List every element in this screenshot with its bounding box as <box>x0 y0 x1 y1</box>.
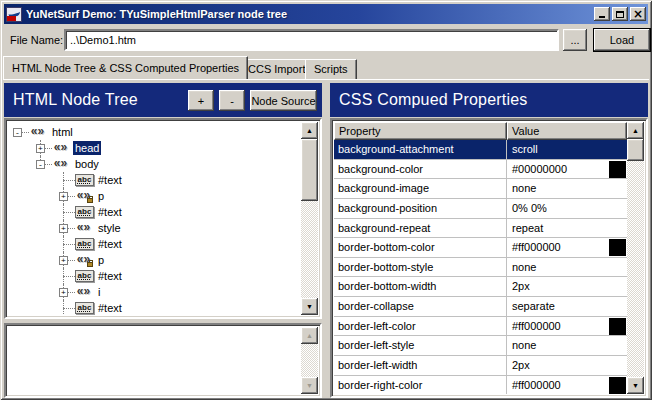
maximize-icon <box>616 11 624 18</box>
css-property-name: background-attachment <box>334 140 507 159</box>
expand-node-button[interactable]: + <box>188 90 214 111</box>
title-bar: YuNetSurf Demo: TYuSimpleHtmlParser node… <box>4 4 648 24</box>
collapse-icon[interactable]: - <box>36 160 45 169</box>
lock-icon <box>87 262 93 267</box>
tree-node-#text[interactable]: abc#text <box>8 204 301 220</box>
css-property-row[interactable]: background-repeatrepeat <box>334 219 627 239</box>
expand-icon[interactable]: + <box>59 224 68 233</box>
element-node-icon: «» <box>52 157 69 171</box>
tree-node-label[interactable]: head <box>73 141 101 155</box>
tree-node-label[interactable]: #text <box>96 237 124 251</box>
tree-node-label[interactable]: p <box>96 253 106 267</box>
tree-scroll-down-button[interactable]: ▼ <box>301 298 318 315</box>
css-property-row[interactable]: border-left-width2px <box>334 356 627 376</box>
minimize-button[interactable] <box>594 7 610 21</box>
expand-icon[interactable]: + <box>59 288 68 297</box>
tree-node-label[interactable]: #text <box>96 205 124 219</box>
tab-scripts[interactable]: Scripts <box>305 59 357 79</box>
css-property-row[interactable]: background-attachmentscroll <box>334 140 627 160</box>
collapse-icon[interactable]: - <box>13 128 22 137</box>
grid-scroll-down-button[interactable]: ▼ <box>627 377 644 394</box>
css-property-row[interactable]: border-left-color#ff000000 <box>334 317 627 337</box>
css-property-row[interactable]: background-color#00000000 <box>334 160 627 180</box>
tree-node-style[interactable]: +«»style <box>8 220 301 236</box>
tree-node-#text[interactable]: abc#text <box>8 300 301 315</box>
tree-node-label[interactable]: p <box>96 189 106 203</box>
tree-node-#text[interactable]: abc#text <box>8 172 301 188</box>
tree-node-html[interactable]: -«»html <box>8 124 301 140</box>
tree-scrollbar[interactable]: ▲ ▼ <box>301 122 318 315</box>
tree-guide-line <box>63 212 75 213</box>
tree-node-body[interactable]: -«»body <box>8 156 301 172</box>
tree-node-label[interactable]: body <box>73 157 101 171</box>
css-property-value: none <box>507 336 627 355</box>
expand-icon[interactable]: + <box>59 256 68 265</box>
load-button[interactable]: Load <box>593 28 651 52</box>
css-property-row[interactable]: border-collapseseparate <box>334 297 627 317</box>
lock-icon <box>87 198 93 203</box>
css-property-name: border-collapse <box>334 297 507 316</box>
tab-node-tree[interactable]: HTML Node Tree & CSS Computed Properties <box>3 56 248 79</box>
memo-scroll-down-button[interactable]: ▼ <box>301 377 318 394</box>
css-property-row[interactable]: background-position0% 0% <box>334 199 627 219</box>
css-property-row[interactable]: border-bottom-width2px <box>334 277 627 297</box>
element-node-icon: «» <box>29 125 46 139</box>
tree-guide-line <box>63 180 75 181</box>
css-properties-title: CSS Compued Properties <box>339 91 528 109</box>
element-node-icon: «» <box>75 253 92 267</box>
memo-scrollbar[interactable]: ▲ ▼ <box>301 327 318 394</box>
file-name-input[interactable] <box>64 29 559 51</box>
css-property-name: border-bottom-color <box>334 238 507 257</box>
close-button[interactable]: × <box>630 7 646 21</box>
css-property-name: background-position <box>334 199 507 218</box>
browse-button[interactable]: ... <box>563 29 587 51</box>
tree-node-label[interactable]: html <box>50 125 75 139</box>
tree-node-p[interactable]: +«»p <box>8 188 301 204</box>
memo-scroll-up-button[interactable]: ▲ <box>301 327 318 344</box>
tree-node-label[interactable]: #text <box>96 301 124 315</box>
css-property-row[interactable]: border-bottom-stylenone <box>334 258 627 278</box>
css-property-row[interactable]: background-imagenone <box>334 179 627 199</box>
grid-scroll-up-button[interactable]: ▲ <box>627 122 644 139</box>
tree-node-label[interactable]: #text <box>96 173 124 187</box>
text-node-icon: abc <box>75 302 94 314</box>
tree-scroll-up-button[interactable]: ▲ <box>301 122 318 139</box>
css-property-name: border-bottom-width <box>334 277 507 296</box>
window-title: YuNetSurf Demo: TYuSimpleHtmlParser node… <box>26 8 594 20</box>
tree-scrollbar-thumb[interactable] <box>301 139 318 201</box>
tree-node-label[interactable]: style <box>96 221 123 235</box>
file-bar: File Name: ... Load <box>4 26 648 55</box>
css-property-name: border-left-color <box>334 317 507 336</box>
grid-scrollbar[interactable]: ▲ ▼ <box>627 122 644 394</box>
column-header-value[interactable]: Value <box>507 122 627 140</box>
expand-icon[interactable]: + <box>59 192 68 201</box>
node-source-memo[interactable]: ▲ ▼ <box>4 323 322 398</box>
scroll-up-icon: ▲ <box>306 127 313 134</box>
tree-node-#text[interactable]: abc#text <box>8 236 301 252</box>
tree-node-head[interactable]: +«»head <box>8 140 301 156</box>
node-source-button[interactable]: Node Source <box>250 90 317 111</box>
css-properties-grid: Property Value background-attachmentscro… <box>330 118 648 398</box>
tree-rows: -«»html+«»head-«»bodyabc#text+«»pabc#tex… <box>8 122 301 315</box>
tab-bar: HTML Node Tree & CSS Computed Properties… <box>3 56 649 79</box>
css-property-row[interactable]: border-left-stylenone <box>334 336 627 356</box>
collapse-node-button[interactable]: - <box>219 90 245 111</box>
css-property-row[interactable]: border-bottom-color#ff000000 <box>334 238 627 258</box>
maximize-button[interactable] <box>612 7 628 21</box>
expand-icon[interactable]: + <box>36 144 45 153</box>
css-property-value: separate <box>507 297 627 316</box>
column-header-property[interactable]: Property <box>334 122 507 140</box>
css-property-value: 2px <box>507 356 627 375</box>
grid-scrollbar-thumb[interactable] <box>627 139 644 161</box>
css-property-name: border-right-color <box>334 376 507 394</box>
css-property-row[interactable]: border-right-color#ff000000 <box>334 376 627 394</box>
tree-node-p[interactable]: +«»p <box>8 252 301 268</box>
tree-node-label[interactable]: #text <box>96 269 124 283</box>
tree-node-i[interactable]: +«»i <box>8 284 301 300</box>
css-property-value: 2px <box>507 277 627 296</box>
css-property-name: background-color <box>334 160 507 179</box>
html-node-tree-header: HTML Node Tree + - Node Source <box>4 83 322 117</box>
css-property-value: scroll <box>507 140 627 159</box>
tree-node-label[interactable]: i <box>96 285 102 299</box>
tree-node-#text[interactable]: abc#text <box>8 268 301 284</box>
